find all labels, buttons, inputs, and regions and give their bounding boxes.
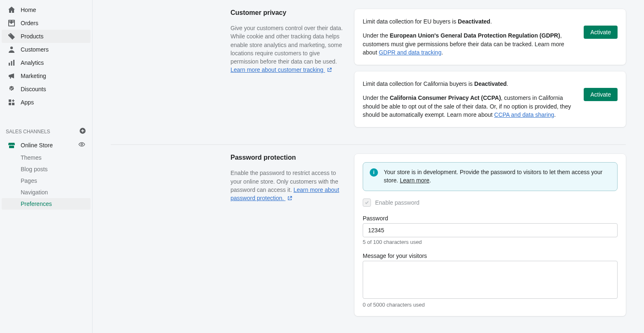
- subnav-pages[interactable]: Pages: [2, 175, 90, 187]
- external-link-icon: [287, 196, 292, 201]
- section-password-protection: Password protection Enable the password …: [111, 144, 626, 333]
- view-store-button[interactable]: [78, 141, 86, 149]
- privacy-eu-card: Limit data collection for EU buyers is D…: [354, 9, 626, 65]
- visitor-message-label: Message for your visitors: [363, 253, 618, 259]
- svg-rect-7: [9, 99, 11, 102]
- channel-label: Online Store: [21, 142, 78, 149]
- nav-home[interactable]: Home: [2, 3, 90, 17]
- section-customer-privacy: Customer privacy Give your customers con…: [111, 0, 626, 144]
- nav-analytics[interactable]: Analytics: [2, 56, 90, 69]
- banner-learn-more-link[interactable]: Learn more: [400, 177, 430, 184]
- info-icon: i: [370, 168, 378, 177]
- customer-tracking-link[interactable]: Learn more about customer tracking: [231, 66, 332, 73]
- svg-point-5: [10, 88, 11, 89]
- password-help: 5 of 100 characters used: [363, 239, 618, 245]
- external-link-icon: [327, 67, 332, 73]
- channel-online-store[interactable]: Online Store: [2, 138, 90, 152]
- nav-discounts[interactable]: Discounts: [2, 83, 90, 96]
- visitor-message-help: 0 of 5000 characters used: [363, 302, 618, 308]
- inbox-icon: [7, 19, 16, 27]
- svg-rect-8: [9, 103, 11, 105]
- nav-label: Home: [21, 7, 36, 13]
- section-title: Password protection: [231, 154, 345, 161]
- main-content: Customer privacy Give your customers con…: [93, 0, 644, 333]
- svg-rect-9: [12, 103, 14, 105]
- password-input[interactable]: [363, 223, 618, 237]
- section-desc: Enable the password to restrict access t…: [231, 169, 345, 202]
- tag-icon: [7, 32, 16, 40]
- nav-marketing[interactable]: Marketing: [2, 69, 90, 83]
- sales-channels-header: SALES CHANNELS: [0, 123, 92, 138]
- eu-desc: Under the European Union's General Data …: [363, 31, 575, 57]
- password-label: Password: [363, 215, 618, 222]
- ca-desc: Under the California Consumer Privacy Ac…: [363, 94, 575, 119]
- dev-store-banner: i Your store is in development. Provide …: [363, 162, 618, 191]
- svg-point-1: [10, 47, 13, 49]
- nav-label: Marketing: [21, 73, 46, 79]
- bar-chart-icon: [7, 59, 16, 67]
- enable-password-checkbox[interactable]: Enable password: [363, 198, 618, 207]
- nav-label: Customers: [21, 46, 49, 53]
- nav-label: Orders: [21, 20, 38, 26]
- enable-password-label: Enable password: [375, 199, 419, 206]
- ca-status: Limit data collection for California buy…: [363, 80, 575, 88]
- checkbox-icon: [363, 198, 371, 207]
- svg-rect-3: [11, 61, 12, 66]
- nav-label: Analytics: [21, 59, 44, 66]
- discount-icon: [7, 85, 16, 93]
- svg-point-11: [81, 144, 83, 145]
- nav-apps[interactable]: Apps: [2, 96, 90, 109]
- sidebar: Home Orders Products Customers Analytics: [0, 0, 93, 333]
- svg-point-6: [12, 90, 13, 91]
- activate-ca-button[interactable]: Activate: [584, 88, 618, 101]
- subnav-themes[interactable]: Themes: [2, 152, 90, 163]
- section-desc: Give your customers control over their d…: [231, 24, 345, 74]
- svg-rect-4: [13, 60, 14, 66]
- store-icon: [7, 141, 16, 149]
- home-icon: [7, 6, 16, 14]
- privacy-ca-card: Limit data collection for California buy…: [354, 71, 626, 127]
- ccpa-link[interactable]: CCPA and data sharing: [494, 111, 554, 118]
- svg-rect-2: [9, 63, 10, 66]
- nav-products[interactable]: Products: [2, 30, 90, 43]
- subnav-navigation[interactable]: Navigation: [2, 187, 90, 198]
- gdpr-link[interactable]: GDPR and data tracking: [379, 49, 442, 56]
- password-card: i Your store is in development. Provide …: [354, 154, 626, 316]
- subnav-preferences[interactable]: Preferences: [2, 198, 90, 210]
- visitor-message-input[interactable]: [363, 261, 618, 299]
- subnav-blog-posts[interactable]: Blog posts: [2, 163, 90, 175]
- activate-eu-button[interactable]: Activate: [584, 26, 618, 39]
- nav-label: Discounts: [21, 86, 46, 92]
- add-channel-button[interactable]: [79, 127, 86, 136]
- nav-label: Products: [21, 33, 43, 40]
- banner-message: Your store is in development. Provide th…: [384, 168, 611, 184]
- section-title: Customer privacy: [231, 9, 345, 17]
- person-icon: [7, 45, 16, 54]
- sales-channels-label: SALES CHANNELS: [6, 129, 50, 135]
- nav-customers[interactable]: Customers: [2, 43, 90, 56]
- eu-status: Limit data collection for EU buyers is D…: [363, 17, 575, 26]
- nav-label: Apps: [21, 99, 34, 106]
- apps-icon: [7, 98, 16, 106]
- nav-orders[interactable]: Orders: [2, 17, 90, 30]
- megaphone-icon: [7, 72, 16, 80]
